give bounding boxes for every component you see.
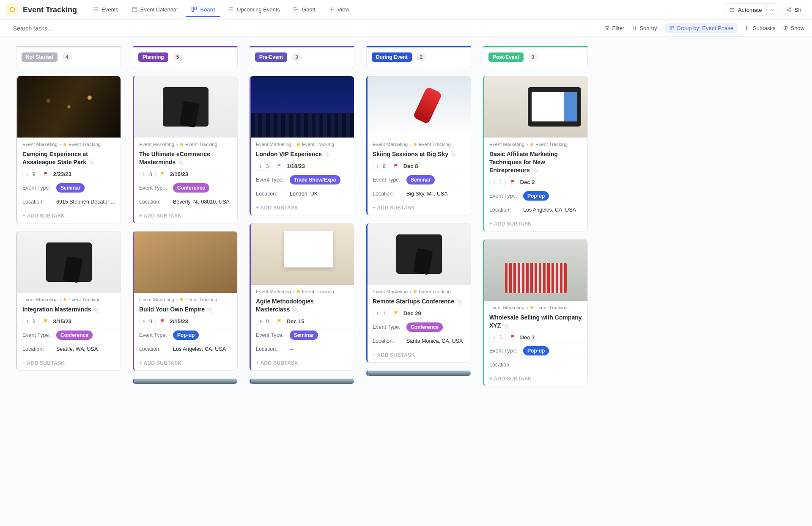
due-date[interactable]: 2/16/23	[170, 171, 188, 177]
priority-flag-icon[interactable]	[393, 311, 399, 317]
add-subtask-button[interactable]: + ADD SUBTASK	[368, 201, 471, 215]
subtask-count[interactable]: 9	[22, 317, 39, 326]
add-view[interactable]: View	[323, 3, 354, 17]
column-header[interactable]: Pre-Event 3	[250, 46, 354, 68]
task-card[interactable]: Event Marketing › Event Tracking Build Y…	[133, 231, 238, 371]
due-date[interactable]: 1/18/23	[287, 163, 305, 169]
subtask-count[interactable]: 9	[373, 162, 389, 171]
due-date[interactable]: Dec 15	[287, 318, 304, 325]
breadcrumb[interactable]: Event Marketing › Event Tracking	[256, 289, 349, 294]
due-date[interactable]: Dec 2	[520, 179, 535, 185]
priority-flag-icon[interactable]	[277, 163, 283, 169]
subtasks-button[interactable]: Subtasks	[745, 25, 775, 31]
priority-flag-icon[interactable]	[277, 319, 283, 325]
event-type-tag[interactable]: Pop-up	[523, 346, 549, 355]
column-header[interactable]: Not Started 4	[16, 46, 121, 68]
tab-event-calendar[interactable]: Event Calendar	[126, 3, 184, 17]
due-date[interactable]: 2/15/23	[170, 318, 188, 325]
tab-board[interactable]: Board	[186, 3, 220, 17]
due-date[interactable]: 3/15/23	[53, 318, 71, 325]
automate-dropdown[interactable]	[766, 3, 779, 16]
automate-button[interactable]: Automate	[724, 3, 766, 16]
add-subtask-button[interactable]: + ADD SUBTASK	[251, 356, 354, 370]
task-card[interactable]: Event Marketing › Event Tracking Basic A…	[483, 76, 588, 231]
add-subtask-button[interactable]: + ADD SUBTASK	[484, 372, 587, 386]
add-subtask-button[interactable]: + ADD SUBTASK	[484, 217, 587, 231]
task-card[interactable]: Event Marketing › Event Tracking The Ult…	[133, 76, 238, 223]
share-button[interactable]: Sh	[782, 4, 806, 16]
add-subtask-button[interactable]: + ADD SUBTASK	[134, 356, 237, 370]
breadcrumb[interactable]: Event Marketing › Event Tracking	[139, 142, 232, 147]
add-subtask-button[interactable]: + ADD SUBTASK	[251, 201, 354, 215]
subtask-count[interactable]: 1	[489, 178, 506, 187]
task-card[interactable]: Event Marketing › Event Tracking Wholesa…	[483, 239, 588, 387]
priority-flag-icon[interactable]	[510, 334, 516, 340]
subtask-count[interactable]: 1	[489, 333, 506, 342]
priority-flag-icon[interactable]	[393, 163, 399, 169]
task-card[interactable]: Event Marketing › Event Tracking Integra…	[16, 231, 121, 371]
status-pill: During Event	[372, 52, 412, 62]
search-input[interactable]	[13, 25, 87, 32]
breadcrumb[interactable]: Event Marketing › Event Tracking	[373, 289, 466, 294]
event-type-tag[interactable]: Seminar	[290, 330, 318, 340]
event-type-tag[interactable]: Pop-up	[523, 191, 549, 201]
task-card[interactable]: Event Marketing › Event Tracking Agile M…	[250, 223, 354, 371]
tab-upcoming[interactable]: Upcoming Events	[222, 3, 285, 17]
priority-flag-icon[interactable]	[160, 171, 166, 177]
task-card-peek[interactable]	[133, 378, 238, 384]
search-wrap[interactable]	[8, 25, 92, 32]
event-type-tag[interactable]: Trade Show/Expo	[290, 175, 340, 185]
breadcrumb[interactable]: Event Marketing › Event Tracking	[489, 305, 582, 310]
priority-flag-icon[interactable]	[160, 319, 166, 325]
breadcrumb[interactable]: Event Marketing › Event Tracking	[256, 142, 349, 147]
due-date[interactable]: Dec 29	[403, 310, 421, 317]
priority-flag-icon[interactable]	[43, 171, 49, 177]
task-card-peek[interactable]	[366, 370, 471, 376]
subtask-count[interactable]: 3	[256, 162, 272, 171]
breadcrumb[interactable]: Event Marketing › Event Tracking	[139, 297, 232, 302]
subtask-count[interactable]: 8	[139, 170, 156, 179]
group-by-button[interactable]: Group by: Event Phase	[665, 23, 738, 33]
filter-button[interactable]: Filter	[604, 25, 624, 31]
column-header[interactable]: Planning 5	[133, 46, 238, 68]
add-subtask-button[interactable]: + ADD SUBTASK	[134, 209, 237, 223]
task-card[interactable]: Event Marketing › Event Tracking Remote …	[366, 223, 471, 363]
breadcrumb[interactable]: Event Marketing › Event Tracking	[22, 297, 115, 302]
due-date[interactable]: Dec 8	[403, 163, 418, 169]
event-type-tag[interactable]: Seminar	[406, 175, 435, 185]
subtask-count[interactable]: 9	[256, 317, 272, 326]
subtask-count[interactable]: 9	[22, 170, 39, 179]
chevron-right-icon: ›	[293, 289, 295, 294]
breadcrumb[interactable]: Event Marketing › Event Tracking	[489, 142, 582, 147]
priority-flag-icon[interactable]	[43, 319, 49, 325]
breadcrumb[interactable]: Event Marketing › Event Tracking	[22, 142, 115, 147]
add-subtask-button[interactable]: + ADD SUBTASK	[368, 348, 471, 362]
subtask-count[interactable]: 1	[373, 309, 389, 318]
priority-flag-icon[interactable]	[510, 179, 516, 185]
field-label-event-type: Event Type:	[22, 185, 56, 191]
task-card[interactable]: Event Marketing › Event Tracking Skiing …	[366, 76, 471, 215]
subtask-number: 8	[149, 171, 152, 177]
event-type-tag[interactable]: Pop-up	[173, 330, 199, 340]
task-card[interactable]: Event Marketing › Event Tracking Camping…	[16, 76, 121, 223]
add-subtask-button[interactable]: + ADD SUBTASK	[17, 209, 121, 223]
crumb-parent: Event Marketing	[139, 142, 174, 147]
subtask-count[interactable]: 9	[139, 317, 156, 326]
show-button[interactable]: Show	[783, 25, 804, 31]
tab-events[interactable]: Events	[87, 3, 123, 17]
column-header[interactable]: During Event 2	[366, 46, 471, 68]
due-date[interactable]: Dec 7	[520, 334, 535, 341]
task-card[interactable]: Event Marketing › Event Tracking London …	[250, 76, 354, 215]
event-type-tag[interactable]: Conference	[56, 330, 93, 340]
due-date[interactable]: 2/23/23	[53, 171, 71, 177]
breadcrumb[interactable]: Event Marketing › Event Tracking	[373, 142, 466, 147]
column-header[interactable]: Post-Event 3	[483, 46, 588, 68]
add-subtask-button[interactable]: + ADD SUBTASK	[17, 356, 121, 370]
card-cover-image	[484, 76, 587, 138]
sort-button[interactable]: Sort by	[632, 25, 657, 31]
event-type-tag[interactable]: Conference	[406, 322, 443, 332]
event-type-tag[interactable]: Conference	[173, 183, 209, 193]
task-card-peek[interactable]	[250, 378, 354, 384]
event-type-tag[interactable]: Seminar	[56, 183, 85, 193]
tab-gantt[interactable]: Gantt	[288, 3, 321, 17]
